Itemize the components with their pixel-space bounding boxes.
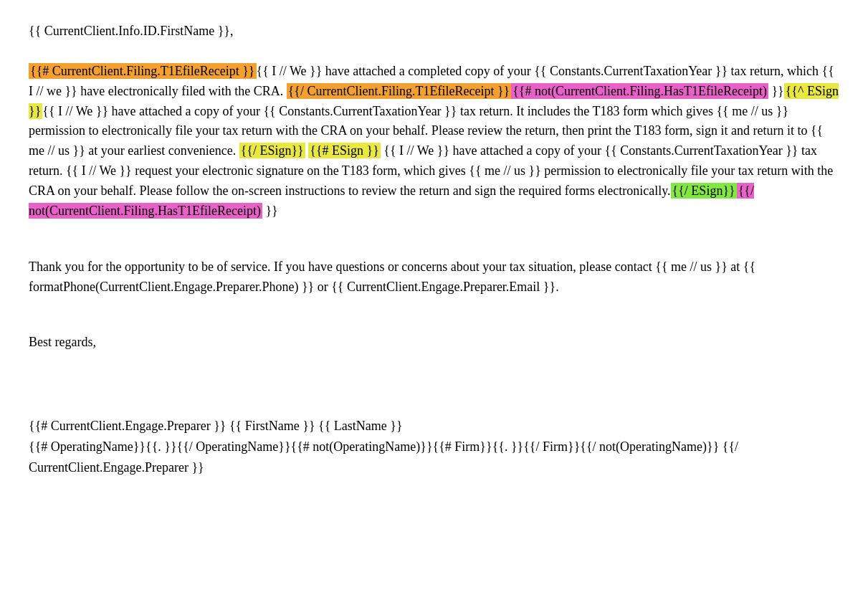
sig-line-2: {{# OperatingName}}{{. }}{{/ OperatingNa… <box>29 437 839 478</box>
text-2: }} <box>768 84 784 98</box>
text-closing-brace: }} <box>262 204 278 218</box>
tag-esign-close1: {{/ ESign}} <box>239 143 305 158</box>
sig-line-1: {{# CurrentClient.Engage.Preparer }} {{ … <box>29 416 839 437</box>
thank-you-text: Thank you for the opportunity to be of s… <box>29 260 755 294</box>
greeting-line: {{ CurrentClient.Info.ID.FirstName }}, <box>29 22 839 42</box>
closing-text: Best regards, <box>29 335 96 349</box>
closing-line: Best regards, <box>29 333 839 353</box>
tag-esign-open: {{# ESign }} <box>308 143 381 158</box>
tag-not-receipt-open: {{# not(CurrentClient.Filing.HasT1EfileR… <box>511 83 768 99</box>
tag-t1efile-open: {{# CurrentClient.Filing.T1EfileReceipt … <box>29 63 257 79</box>
main-paragraph: {{# CurrentClient.Filing.T1EfileReceipt … <box>29 62 839 222</box>
signature-block: {{# CurrentClient.Engage.Preparer }} {{ … <box>29 416 839 477</box>
tag-t1efile-close: {{/ CurrentClient.Filing.T1EfileReceipt … <box>287 83 512 99</box>
thank-you-paragraph: Thank you for the opportunity to be of s… <box>29 257 839 298</box>
document-content: {{ CurrentClient.Info.ID.FirstName }}, {… <box>29 22 839 478</box>
tag-esign-close2: {{/ ESign}} <box>671 183 737 199</box>
